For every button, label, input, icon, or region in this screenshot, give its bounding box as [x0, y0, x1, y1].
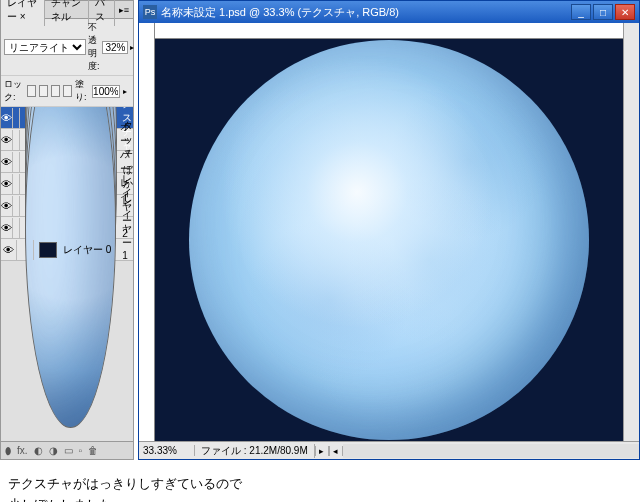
visibility-icon[interactable]: 👁 — [1, 218, 13, 238]
scrollbar-vertical[interactable] — [623, 23, 639, 441]
link-column[interactable] — [20, 240, 34, 260]
visibility-icon[interactable]: 👁 — [1, 240, 17, 260]
link-column[interactable] — [16, 218, 20, 238]
lock-all-icon[interactable] — [63, 85, 72, 97]
mask-icon[interactable]: ◐ — [34, 445, 43, 456]
link-column[interactable] — [16, 174, 20, 194]
visibility-icon[interactable]: 👁 — [1, 130, 13, 150]
layer-row[interactable]: 👁レイヤー 1 — [1, 217, 133, 239]
titlebar[interactable]: Ps 名称未設定 1.psd @ 33.3% (テクスチャ, RGB/8) _ … — [139, 1, 639, 23]
blend-mode-select[interactable]: リニアライト — [4, 39, 86, 55]
link-column[interactable] — [16, 130, 20, 150]
lock-move-icon[interactable] — [51, 85, 60, 97]
fill-arrow-icon[interactable]: ▸ — [123, 87, 130, 96]
caption: テクスチャがはっきりしすぎているので 少しぼかしました。 — [0, 460, 640, 502]
visibility-icon[interactable]: 👁 — [1, 152, 13, 172]
link-column[interactable] — [16, 108, 20, 128]
ruler-vertical[interactable] — [139, 23, 155, 441]
opacity-label: 不透明度: — [88, 21, 100, 73]
new-layer-icon[interactable]: ▫ — [79, 445, 83, 456]
scroll-left-icon[interactable]: ▸ — [315, 446, 329, 456]
layers-list: 👁テクスチャ👁タッチ👁オーバーレイ👁ぼかし👁レイヤー 2👁レイヤー 1👁レイヤー… — [1, 107, 133, 441]
fill-label: 塗り: — [75, 78, 89, 104]
ruler-horizontal[interactable] — [155, 23, 623, 39]
link-icon[interactable]: ⬮ — [5, 445, 11, 457]
caption-line-1: テクスチャがはっきりしすぎているので — [8, 474, 632, 495]
maximize-button[interactable]: □ — [593, 4, 613, 20]
caption-line-2: 少しぼかしました。 — [8, 495, 632, 502]
layer-thumbnail[interactable] — [25, 107, 116, 428]
lock-transparency-icon[interactable] — [27, 85, 36, 97]
moon-artwork — [189, 40, 589, 440]
canvas[interactable] — [155, 39, 623, 441]
layer-name: レイヤー 1 — [122, 194, 133, 261]
blend-row: リニアライト 不透明度: ▸ — [1, 19, 133, 76]
folder-icon[interactable]: ▭ — [64, 445, 73, 456]
link-column[interactable] — [16, 196, 20, 216]
visibility-icon[interactable]: 👁 — [1, 174, 13, 194]
panel-menu-icon[interactable]: ▸≡ — [115, 5, 133, 15]
visibility-icon[interactable]: 👁 — [1, 196, 13, 216]
fx-icon[interactable]: fx. — [17, 445, 28, 456]
panel-tabs: レイヤー × チャンネル パス ▸≡ — [1, 1, 133, 19]
fill-input[interactable] — [92, 85, 120, 98]
window-title: 名称未設定 1.psd @ 33.3% (テクスチャ, RGB/8) — [161, 5, 399, 20]
lock-row: ロック: 塗り: ▸ — [1, 76, 133, 107]
visibility-icon[interactable]: 👁 — [1, 108, 13, 128]
layer-thumbnail[interactable] — [39, 242, 57, 258]
file-info[interactable]: ファイル : 21.2M/80.9M — [195, 444, 315, 458]
panel-footer: ⬮ fx. ◐ ◑ ▭ ▫ 🗑 — [1, 441, 133, 459]
trash-icon[interactable]: 🗑 — [88, 445, 98, 456]
layer-name: レイヤー 0 — [63, 243, 111, 257]
zoom-value[interactable]: 33.33% — [139, 445, 195, 456]
layers-panel: レイヤー × チャンネル パス ▸≡ リニアライト 不透明度: ▸ ロック: 塗… — [0, 0, 134, 460]
opacity-arrow-icon[interactable]: ▸ — [130, 43, 134, 52]
statusbar: 33.33% ファイル : 21.2M/80.9M ▸ ◂ — [139, 441, 639, 459]
close-button[interactable]: ✕ — [615, 4, 635, 20]
canvas-area — [139, 23, 639, 441]
minimize-button[interactable]: _ — [571, 4, 591, 20]
opacity-input[interactable] — [102, 41, 128, 54]
adjustment-icon[interactable]: ◑ — [49, 445, 58, 456]
scroll-right-icon[interactable]: ◂ — [329, 446, 343, 456]
lock-paint-icon[interactable] — [39, 85, 48, 97]
scrollbar-horizontal[interactable] — [343, 444, 639, 458]
document-window: Ps 名称未設定 1.psd @ 33.3% (テクスチャ, RGB/8) _ … — [138, 0, 640, 460]
lock-label: ロック: — [4, 78, 24, 104]
app-icon: Ps — [143, 5, 157, 19]
link-column[interactable] — [16, 152, 20, 172]
